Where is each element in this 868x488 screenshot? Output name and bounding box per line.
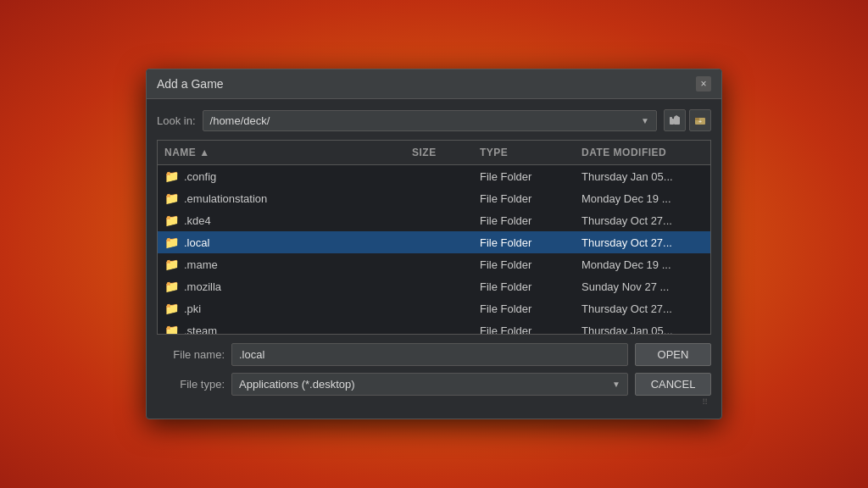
file-list-body[interactable]: 📁 .config File Folder Thursday Jan 05...… [158,165,710,334]
table-row[interactable]: 📁 .mame File Folder Monday Dec 19 ... [158,253,710,275]
cancel-button[interactable]: CANCEL [635,373,711,396]
close-button[interactable]: × [696,76,711,92]
dialog-title: Add a Game [157,77,224,91]
open-button[interactable]: OPEN [635,343,711,366]
file-type-cell: File Folder [473,211,575,230]
dialog-titlebar: Add a Game × [147,69,721,99]
table-row[interactable]: 📁 .mozilla File Folder Sunday Nov 27 ... [158,275,710,297]
file-date-cell: Thursday Oct 27... [575,299,710,318]
file-size-cell [405,167,473,186]
file-row-name: .local [184,236,209,249]
file-name-cell: 📁 .pki [158,299,405,318]
file-name-cell: 📁 .local [158,233,405,252]
col-header-name: NAME ▲ [158,144,405,161]
resize-handle-area: ⠿ [157,396,711,408]
up-folder-button[interactable] [664,109,686,131]
file-size-cell [405,277,473,296]
file-type-cell: File Folder [473,255,575,274]
folder-icon: 📁 [164,236,179,249]
file-row-name: .config [184,170,216,183]
file-type-cell: File Folder [473,189,575,208]
table-row[interactable]: 📁 .config File Folder Thursday Jan 05... [158,165,710,187]
file-date-cell: Thursday Jan 05... [575,321,710,334]
folder-icon: 📁 [164,169,179,183]
file-size-cell [405,189,473,208]
table-row[interactable]: 📁 .pki File Folder Thursday Oct 27... [158,297,710,319]
look-in-icons: + [664,109,711,131]
file-type-label: File type: [157,378,225,391]
col-header-size: SIZE [405,144,473,161]
svg-rect-1 [670,117,672,119]
new-folder-button[interactable]: + [689,109,711,131]
file-name-row: File name: OPEN [157,343,711,366]
file-name-input[interactable] [231,343,628,366]
folder-icon: 📁 [164,324,179,334]
file-row-name: .kde4 [184,214,211,227]
file-type-value: Applications (*.desktop) [239,378,355,391]
file-row-name: .emulationstation [184,192,267,205]
file-type-cell: File Folder [473,277,575,296]
file-size-cell [405,321,473,334]
col-header-type: TYPE [473,144,575,161]
add-game-dialog: Add a Game × Look in: /home/deck/ ▼ [146,69,722,419]
file-date-cell: Thursday Oct 27... [575,211,710,230]
file-name-cell: 📁 .config [158,167,405,186]
file-name-cell: 📁 .steam [158,321,405,334]
file-type-cell: File Folder [473,167,575,186]
resize-grip-icon[interactable]: ⠿ [702,397,708,407]
file-name-cell: 📁 .mozilla [158,277,405,296]
file-size-cell [405,255,473,274]
table-row[interactable]: 📁 .emulationstation File Folder Monday D… [158,187,710,209]
col-header-date: DATE MODIFIED [575,144,710,161]
file-list-header: NAME ▲ SIZE TYPE DATE MODIFIED [158,141,710,165]
folder-icon: 📁 [164,258,179,271]
folder-icon: 📁 [164,302,179,315]
svg-text:+: + [698,119,702,125]
look-in-label: Look in: [157,114,196,127]
dialog-body: Look in: /home/deck/ ▼ [147,99,721,419]
file-date-cell: Thursday Oct 27... [575,233,710,252]
file-date-cell: Monday Dec 19 ... [575,189,710,208]
table-row[interactable]: 📁 .local File Folder Thursday Oct 27... [158,231,710,253]
file-type-cell: File Folder [473,299,575,318]
look-in-combo[interactable]: /home/deck/ ▼ [203,110,657,131]
look-in-path: /home/deck/ [210,114,270,127]
file-row-name: .mame [184,258,218,271]
file-type-combo[interactable]: Applications (*.desktop) ▼ [231,373,628,396]
file-row-name: .steam [184,324,217,335]
folder-icon: 📁 [164,280,179,293]
table-row[interactable]: 📁 .kde4 File Folder Thursday Oct 27... [158,209,710,231]
table-row[interactable]: 📁 .steam File Folder Thursday Jan 05... [158,319,710,334]
file-name-cell: 📁 .kde4 [158,211,405,230]
folder-icon: 📁 [164,214,179,227]
file-size-cell [405,233,473,252]
file-name-label: File name: [157,348,225,361]
file-name-cell: 📁 .emulationstation [158,189,405,208]
svg-rect-2 [674,117,680,125]
file-type-cell: File Folder [473,321,575,334]
file-list-container: NAME ▲ SIZE TYPE DATE MODIFIED 📁 .config… [157,140,711,335]
file-type-arrow: ▼ [612,380,620,389]
file-type-cell: File Folder [473,233,575,252]
bottom-rows: File name: OPEN File type: Applications … [157,343,711,396]
file-row-name: .pki [184,302,201,315]
folder-icon: 📁 [164,191,179,205]
file-name-cell: 📁 .mame [158,255,405,274]
file-row-name: .mozilla [184,280,221,293]
file-date-cell: Sunday Nov 27 ... [575,277,710,296]
file-date-cell: Monday Dec 19 ... [575,255,710,274]
look-in-row: Look in: /home/deck/ ▼ [157,109,711,131]
file-size-cell [405,211,473,230]
look-in-dropdown-arrow: ▼ [641,116,649,125]
svg-rect-0 [670,119,674,125]
file-size-cell [405,299,473,318]
file-type-row: File type: Applications (*.desktop) ▼ CA… [157,373,711,396]
file-date-cell: Thursday Jan 05... [575,167,710,186]
